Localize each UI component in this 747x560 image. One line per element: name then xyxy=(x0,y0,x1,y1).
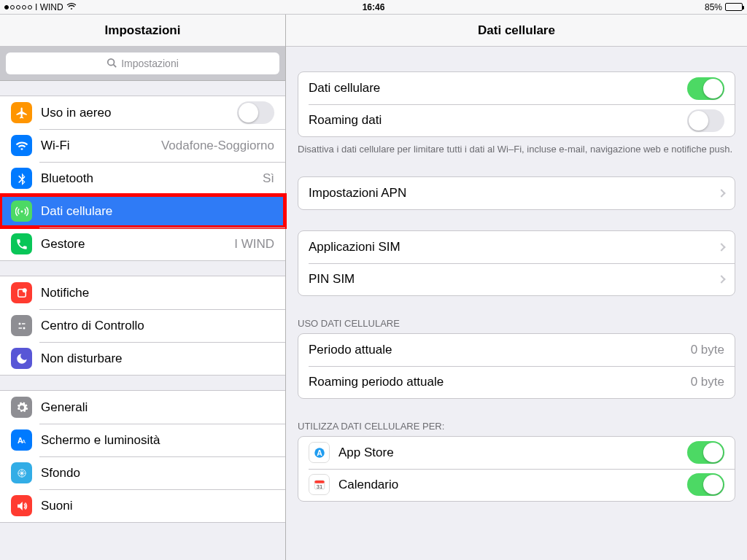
carrier-label: I WIND xyxy=(35,2,63,12)
row-sim-pin[interactable]: PIN SIM xyxy=(298,263,735,295)
sidebar-item-display[interactable]: AA Schermo e luminosità xyxy=(0,424,285,456)
control-center-label: Centro di Controllo xyxy=(41,319,274,333)
sim-pin-label: PIN SIM xyxy=(309,272,713,287)
sounds-label: Suoni xyxy=(41,499,274,513)
sidebar-item-dnd[interactable]: Non disturbare xyxy=(0,342,285,375)
wifi-value: Vodafone-Soggiorno xyxy=(161,139,274,153)
usage-roaming-value: 0 byte xyxy=(691,375,724,389)
sidebar-item-carrier[interactable]: Gestore I WIND xyxy=(0,228,285,260)
row-roaming[interactable]: Roaming dati xyxy=(298,104,735,136)
carrier-label: Gestore xyxy=(41,237,234,252)
svg-text:31: 31 xyxy=(316,483,322,489)
usage-header: USO DATI CELLULARE xyxy=(286,314,747,333)
airplane-toggle[interactable] xyxy=(237,101,274,124)
wifi-label: Wi-Fi xyxy=(41,139,161,153)
sim-apps-label: Applicazioni SIM xyxy=(309,240,713,254)
carrier-value: I WIND xyxy=(234,237,274,252)
battery-percent: 85% xyxy=(705,2,722,12)
sidebar-item-bluetooth[interactable]: Bluetooth Sì xyxy=(0,162,285,195)
svg-point-2 xyxy=(20,210,23,212)
search-input[interactable]: Impostazioni xyxy=(6,52,279,74)
svg-rect-6 xyxy=(22,323,26,324)
airplane-label: Uso in aereo xyxy=(41,106,237,120)
usage-current-value: 0 byte xyxy=(691,343,724,357)
sidebar-item-general[interactable]: Generali xyxy=(0,391,285,424)
sidebar-item-cellular[interactable]: Dati cellulare xyxy=(0,195,285,228)
chevron-right-icon xyxy=(717,243,725,251)
cellular-label: Dati cellulare xyxy=(41,204,274,219)
row-app-calendar[interactable]: 31 Calendario xyxy=(298,469,735,501)
sidebar-item-notifications[interactable]: Notifiche xyxy=(0,276,285,309)
appstore-icon: A xyxy=(309,442,330,463)
dnd-label: Non disturbare xyxy=(41,351,274,366)
svg-point-7 xyxy=(23,327,25,329)
wallpaper-label: Sfondo xyxy=(41,466,274,481)
general-label: Generali xyxy=(41,400,274,415)
svg-text:A: A xyxy=(22,438,26,444)
control-center-icon xyxy=(11,315,32,336)
roaming-label: Roaming dati xyxy=(309,113,687,128)
search-placeholder: Impostazioni xyxy=(121,58,179,69)
signal-strength-icon xyxy=(4,5,32,9)
usage-current-label: Periodo attuale xyxy=(309,343,691,357)
cellular-icon xyxy=(11,201,32,222)
bluetooth-value: Sì xyxy=(263,171,274,186)
bluetooth-label: Bluetooth xyxy=(41,171,263,186)
svg-line-1 xyxy=(114,64,117,67)
appstore-label: App Store xyxy=(338,446,687,460)
gear-icon xyxy=(11,397,32,418)
search-icon xyxy=(107,58,117,70)
notifications-label: Notifiche xyxy=(41,286,274,300)
cellular-data-label: Dati cellulare xyxy=(309,81,687,96)
clock: 16:46 xyxy=(363,2,385,12)
sounds-icon xyxy=(11,495,32,516)
phone-icon xyxy=(11,233,32,254)
bluetooth-icon xyxy=(11,168,32,189)
sidebar-title: Impostazioni xyxy=(0,15,285,47)
wallpaper-icon xyxy=(11,462,32,483)
roaming-toggle[interactable] xyxy=(687,109,724,132)
display-icon: AA xyxy=(11,429,32,451)
row-cellular-data[interactable]: Dati cellulare xyxy=(298,72,735,104)
moon-icon xyxy=(11,348,32,369)
status-bar: I WIND 16:46 85% xyxy=(0,0,747,15)
usage-roaming-label: Roaming periodo attuale xyxy=(309,375,691,389)
row-usage-roaming: Roaming periodo attuale 0 byte xyxy=(298,366,735,398)
apps-header: UTILIZZA DATI CELLULARE PER: xyxy=(286,416,747,436)
sidebar-item-wallpaper[interactable]: Sfondo xyxy=(0,456,285,489)
svg-point-0 xyxy=(108,58,115,65)
cellular-data-toggle[interactable] xyxy=(687,77,724,100)
settings-sidebar: Impostazioni Impostazioni Uso in aereo xyxy=(0,15,286,560)
wifi-icon xyxy=(66,2,77,12)
sidebar-item-wifi[interactable]: Wi-Fi Vodafone-Soggiorno xyxy=(0,129,285,162)
apn-label: Impostazioni APN xyxy=(309,186,713,201)
display-label: Schermo e luminosità xyxy=(41,433,274,448)
row-usage-current: Periodo attuale 0 byte xyxy=(298,334,735,366)
sidebar-item-control-center[interactable]: Centro di Controllo xyxy=(0,309,285,342)
svg-text:A: A xyxy=(317,448,322,456)
detail-title: Dati cellulare xyxy=(286,15,747,47)
cellular-footer: Disattiva i dati cellulare per limitare … xyxy=(286,137,747,156)
sidebar-item-sounds[interactable]: Suoni xyxy=(0,489,285,522)
row-apn[interactable]: Impostazioni APN xyxy=(298,177,735,209)
airplane-icon xyxy=(11,102,32,123)
row-sim-apps[interactable]: Applicazioni SIM xyxy=(298,231,735,263)
row-app-appstore[interactable]: A App Store xyxy=(298,437,735,469)
svg-point-4 xyxy=(22,288,26,292)
calendar-icon: 31 xyxy=(309,474,330,495)
svg-rect-8 xyxy=(18,327,22,329)
notifications-icon xyxy=(11,282,32,303)
chevron-right-icon xyxy=(717,275,725,283)
appstore-toggle[interactable] xyxy=(687,441,724,464)
svg-point-5 xyxy=(18,322,20,324)
battery-icon xyxy=(725,3,743,11)
detail-pane: Dati cellulare Dati cellulare Roaming da… xyxy=(286,15,747,560)
wifi-settings-icon xyxy=(11,135,32,156)
sidebar-item-airplane[interactable]: Uso in aereo xyxy=(0,96,285,129)
calendar-toggle[interactable] xyxy=(687,473,724,496)
calendar-label: Calendario xyxy=(338,478,687,492)
chevron-right-icon xyxy=(717,189,725,197)
